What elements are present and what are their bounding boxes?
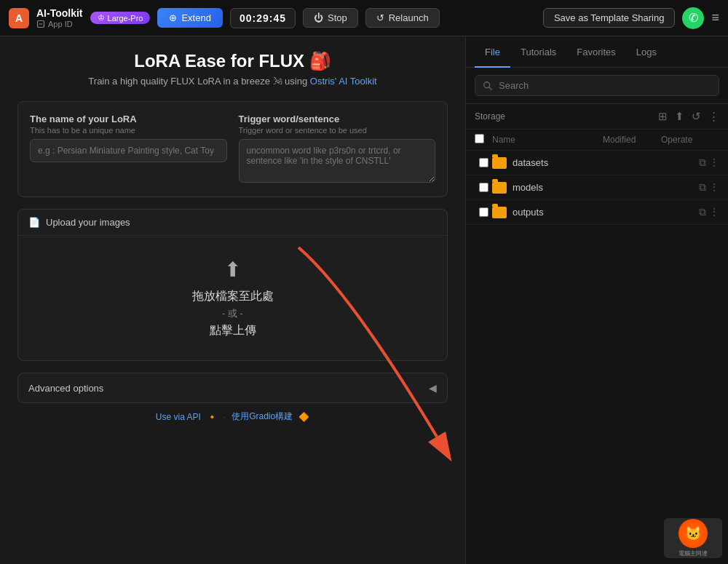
header-operate: Operate (661, 135, 719, 145)
header-name: Name (492, 135, 603, 145)
form-row: The name of your LoRA This has to be a u… (30, 114, 435, 185)
menu-button[interactable]: ≡ (711, 10, 719, 25)
subtitle-link[interactable]: Ostris' AI Toolkit (310, 76, 377, 87)
upload-file-icon: 📄 (28, 217, 40, 228)
storage-label: Storage (475, 111, 658, 122)
header-checkbox-cell (475, 134, 492, 146)
tab-file[interactable]: File (475, 36, 510, 68)
form-card: The name of your LoRA This has to be a u… (17, 101, 448, 197)
upload-icon[interactable]: ⬆ (675, 110, 684, 123)
storage-header: Storage ⊞ ⬆ ↺ ⋮ (466, 104, 728, 130)
file-row: models ⧉ ⋮ (466, 175, 728, 200)
folder-icon-models (492, 182, 507, 194)
file-row: outputs ⧉ ⋮ (466, 200, 728, 225)
file-ops-outputs: ⧉ ⋮ (661, 206, 719, 218)
upload-drag-text: 拖放檔案至此處 (40, 289, 425, 304)
header-modified: Modified (603, 135, 661, 145)
lora-name-label: The name of your LoRA (30, 114, 227, 124)
upload-click-text: 點擊上傳 (40, 323, 425, 338)
app-id-icon (36, 20, 45, 28)
refresh-icon[interactable]: ↺ (692, 110, 701, 123)
file-row: datasets ⧉ ⋮ (466, 151, 728, 175)
app-logo: A (9, 8, 29, 28)
file-ops-models: ⧉ ⋮ (661, 181, 719, 194)
new-folder-icon[interactable]: ⊞ (658, 110, 668, 123)
file-name-datasets: datasets (492, 157, 603, 169)
right-tabs: File Tutorials Favorites Logs (466, 36, 728, 68)
lora-name-field: The name of your LoRA This has to be a u… (30, 114, 227, 185)
upload-or-text: - 或 - (40, 307, 425, 320)
folder-icon-outputs (492, 207, 507, 218)
more-icon-models[interactable]: ⋮ (709, 181, 719, 194)
file-table-header: Name Modified Operate (466, 130, 728, 151)
row-checkbox-datasets (475, 158, 492, 167)
app-name: AI-Toolkit (36, 7, 83, 19)
stop-button[interactable]: ⏻ Stop (303, 8, 358, 28)
gradio-emoji: 🔶 (298, 412, 309, 422)
more-options-icon[interactable]: ⋮ (708, 110, 719, 123)
tab-logs[interactable]: Logs (626, 36, 667, 68)
upload-section: 📄 Upload your images ⬆ 拖放檔案至此處 - 或 - 點擊上… (17, 209, 448, 361)
page-title: LoRA Ease for FLUX 🎒 (17, 51, 448, 71)
more-icon-outputs[interactable]: ⋮ (709, 206, 719, 218)
tab-tutorials[interactable]: Tutorials (510, 36, 566, 68)
upload-dropzone[interactable]: ⬆ 拖放檔案至此處 - 或 - 點擊上傳 (18, 236, 447, 360)
file-list: datasets ⧉ ⋮ models ⧉ ⋮ (466, 151, 728, 225)
save-template-button[interactable]: Save as Template Sharing (543, 8, 676, 28)
relaunch-button[interactable]: ↺ Relaunch (365, 8, 440, 28)
whatsapp-icon: ✆ (689, 11, 698, 25)
trigger-word-field: Trigger word/sentence Trigger word or se… (239, 114, 436, 185)
lora-name-hint: This has to be a unique name (30, 126, 227, 135)
checkbox-outputs[interactable] (479, 207, 488, 217)
right-panel: File Tutorials Favorites Logs Storage ⊞ … (466, 36, 728, 564)
topbar: A AI-Toolkit App ID ♔ Large-Pro ⊕ Extend… (0, 0, 728, 36)
more-icon-datasets[interactable]: ⋮ (709, 156, 719, 169)
advanced-label: Advanced options (28, 383, 103, 394)
file-name-models: models (492, 182, 603, 194)
stop-icon: ⏻ (314, 12, 323, 23)
trigger-input[interactable] (239, 139, 436, 183)
select-all-checkbox[interactable] (475, 134, 484, 143)
search-bar (466, 68, 728, 104)
svg-line-3 (489, 87, 492, 90)
page-subtitle: Train a high quality FLUX LoRA in a bree… (17, 76, 448, 87)
row-checkbox-models (475, 183, 492, 192)
app-id-label: App ID (36, 20, 83, 28)
api-link[interactable]: Use via API (156, 412, 201, 422)
whatsapp-button[interactable]: ✆ (682, 7, 704, 29)
storage-actions: ⊞ ⬆ ↺ ⋮ (658, 110, 719, 123)
checkbox-models[interactable] (479, 183, 488, 192)
logo-text: 電腦主阿達 (678, 549, 708, 557)
copy-icon-outputs[interactable]: ⧉ (699, 206, 706, 218)
search-icon (483, 81, 493, 91)
extend-button[interactable]: ⊕ Extend (157, 8, 222, 28)
file-ops-datasets: ⧉ ⋮ (661, 156, 719, 169)
plan-badge: ♔ Large-Pro (90, 12, 151, 24)
left-panel: LoRA Ease for FLUX 🎒 Train a high qualit… (0, 36, 466, 564)
upload-header: 📄 Upload your images (18, 210, 447, 236)
footer-emoji: 🔸 (207, 412, 218, 422)
trigger-label: Trigger word/sentence (239, 114, 436, 124)
bottom-logo: 🐱 電腦主阿達 (664, 518, 722, 558)
folder-icon-datasets (492, 157, 507, 169)
gradio-link[interactable]: 使用Gradio構建 (232, 410, 293, 423)
extend-icon: ⊕ (169, 12, 177, 23)
copy-icon-models[interactable]: ⧉ (699, 181, 706, 194)
search-input[interactable] (499, 80, 711, 91)
lora-name-input[interactable] (30, 139, 227, 162)
footer: Use via API 🔸 · 使用Gradio構建 🔶 (17, 396, 448, 423)
advanced-arrow-icon: ◀ (429, 382, 437, 394)
main-layout: LoRA Ease for FLUX 🎒 Train a high qualit… (0, 36, 728, 564)
file-name-outputs: outputs (492, 207, 603, 218)
upload-cloud-icon: ⬆ (40, 258, 425, 282)
trigger-hint: Trigger word or sentence to be used (239, 126, 436, 135)
tab-favorites[interactable]: Favorites (566, 36, 625, 68)
timer-display: 00:29:45 (230, 8, 296, 28)
logo-image: 🐱 (678, 519, 708, 548)
search-input-wrap (475, 75, 719, 96)
relaunch-icon: ↺ (376, 12, 384, 23)
copy-icon-datasets[interactable]: ⧉ (699, 156, 706, 169)
checkbox-datasets[interactable] (479, 158, 488, 167)
row-checkbox-outputs (475, 207, 492, 217)
